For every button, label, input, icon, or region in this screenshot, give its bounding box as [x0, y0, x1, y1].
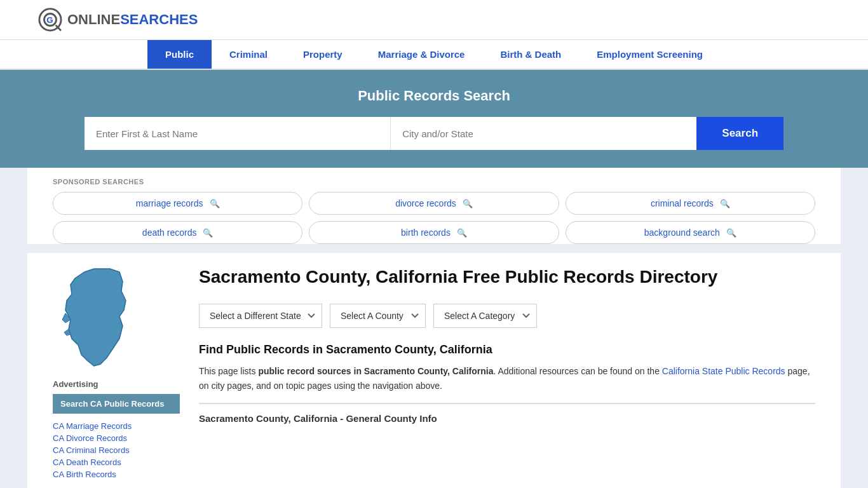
main-content: Sacramento County, California Free Publi… — [199, 266, 815, 488]
svg-text:G: G — [46, 15, 53, 25]
hero-title: Public Records Search — [38, 88, 830, 104]
sponsored-grid: marriage records🔍divorce records🔍crimina… — [53, 192, 815, 244]
search-bar: Search — [85, 117, 783, 150]
sponsored-item[interactable]: divorce records🔍 — [309, 192, 559, 215]
header: G ONLINESEARCHES — [0, 0, 868, 40]
logo-text: ONLINESEARCHES — [67, 11, 198, 28]
state-records-link[interactable]: California State Public Records — [662, 366, 785, 376]
nav-item-criminal[interactable]: Criminal — [212, 40, 285, 69]
logo-icon: G — [38, 8, 62, 32]
county-dropdown[interactable]: Select A County — [330, 304, 426, 328]
sidebar-link[interactable]: CA Birth Records — [53, 470, 180, 479]
sidebar-link[interactable]: CA Divorce Records — [53, 433, 180, 443]
advertising-label: Advertising — [53, 379, 180, 389]
sidebar-links: CA Marriage RecordsCA Divorce RecordsCA … — [53, 421, 180, 479]
description: This page lists public record sources in… — [199, 364, 815, 393]
sponsored-item[interactable]: birth records🔍 — [309, 221, 559, 244]
sponsored-item[interactable]: marriage records🔍 — [53, 192, 302, 215]
ad-box[interactable]: Search CA Public Records — [53, 394, 180, 414]
page-title: Sacramento County, California Free Publi… — [199, 266, 815, 288]
sidebar-link[interactable]: CA Criminal Records — [53, 445, 180, 455]
search-button[interactable]: Search — [696, 117, 783, 150]
state-dropdown[interactable]: Select a Different State — [199, 304, 322, 328]
sponsored-item[interactable]: criminal records🔍 — [566, 192, 815, 215]
sidebar: Advertising Search CA Public Records CA … — [53, 266, 180, 488]
hero-section: Public Records Search Search — [0, 70, 868, 168]
nav-item-property[interactable]: Property — [285, 40, 360, 69]
california-map — [53, 266, 180, 369]
sidebar-link[interactable]: CA Death Records — [53, 458, 180, 467]
sponsored-section: SPONSORED SEARCHES marriage records🔍divo… — [27, 168, 841, 244]
dropdowns-row: Select a Different State Select A County… — [199, 304, 815, 328]
logo[interactable]: G ONLINESEARCHES — [38, 8, 198, 32]
name-input[interactable] — [85, 117, 391, 150]
location-input[interactable] — [391, 117, 696, 150]
section-divider: Sacramento County, California - General … — [199, 403, 815, 424]
main-nav: Public Criminal Property Marriage & Divo… — [0, 40, 868, 70]
category-dropdown[interactable]: Select A Category — [433, 304, 537, 328]
sponsored-label: SPONSORED SEARCHES — [53, 178, 815, 186]
nav-item-birth-death[interactable]: Birth & Death — [482, 40, 579, 69]
nav-item-marriage-divorce[interactable]: Marriage & Divorce — [360, 40, 483, 69]
find-records-title: Find Public Records in Sacramento County… — [199, 343, 815, 356]
main-container: Advertising Search CA Public Records CA … — [27, 253, 841, 488]
nav-item-employment[interactable]: Employment Screening — [579, 40, 721, 69]
sponsored-item[interactable]: background search🔍 — [566, 221, 815, 244]
nav-item-public[interactable]: Public — [147, 40, 212, 69]
sidebar-link[interactable]: CA Marriage Records — [53, 421, 180, 431]
sponsored-item[interactable]: death records🔍 — [53, 221, 302, 244]
